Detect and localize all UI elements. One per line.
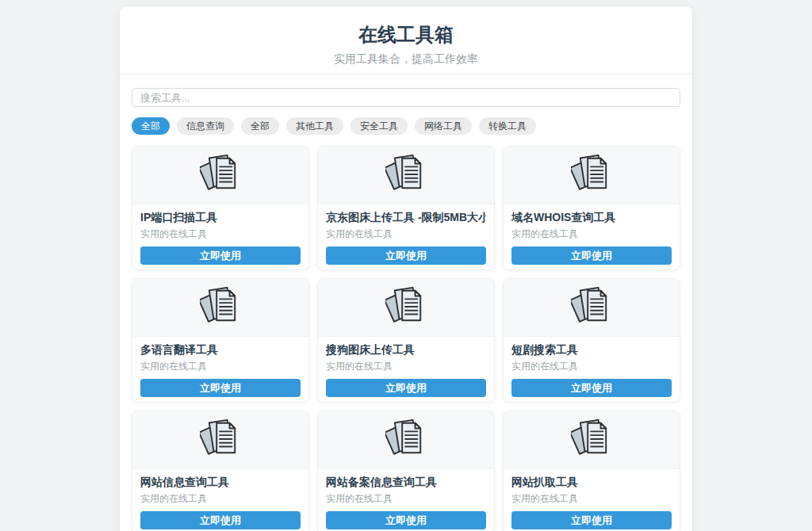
tool-description: 实用的在线工具 (326, 361, 486, 372)
tool-card: 网站扒取工具 实用的在线工具 立即使用 (503, 411, 680, 531)
use-now-button[interactable]: 立即使用 (140, 379, 301, 397)
filter-tab-3[interactable]: 其他工具 (286, 117, 343, 135)
tool-description: 实用的在线工具 (140, 229, 301, 239)
use-now-button[interactable]: 立即使用 (511, 379, 672, 397)
tool-card-body: 网站信息查询工具 实用的在线工具 立即使用 (132, 469, 308, 531)
tool-title: 短剧搜索工具 (511, 343, 672, 357)
use-now-button[interactable]: 立即使用 (511, 511, 672, 529)
use-now-button[interactable]: 立即使用 (511, 246, 672, 265)
tool-card: 搜狗图床上传工具 实用的在线工具 立即使用 (317, 278, 495, 403)
pages-icon (571, 287, 612, 328)
use-now-button[interactable]: 立即使用 (140, 511, 301, 529)
tool-card: 网站信息查询工具 实用的在线工具 立即使用 (132, 411, 309, 531)
tool-card: 多语言翻译工具 实用的在线工具 立即使用 (132, 278, 309, 403)
tool-card: 短剧搜索工具 实用的在线工具 立即使用 (503, 278, 680, 403)
tool-icon-area (132, 411, 308, 469)
tool-title: 域名WHOIS查询工具 (511, 211, 672, 224)
tool-card-body: IP端口扫描工具 实用的在线工具 立即使用 (132, 204, 308, 269)
page-header: 在线工具箱 实用工具集合，提高工作效率 (120, 6, 692, 74)
pages-icon (571, 155, 612, 196)
use-now-button[interactable]: 立即使用 (140, 246, 301, 265)
pages-icon (200, 287, 241, 328)
tool-card-body: 京东图床上传工具 -限制5MB大小 实用的在线工具 立即使用 (318, 204, 494, 269)
page-subtitle: 实用工具集合，提高工作效率 (136, 52, 676, 66)
tool-icon-area (318, 279, 494, 337)
tool-card-body: 多语言翻译工具 实用的在线工具 立即使用 (132, 337, 308, 402)
tool-title: 京东图床上传工具 -限制5MB大小 (326, 211, 486, 224)
tool-description: 实用的在线工具 (326, 494, 486, 504)
tool-description: 实用的在线工具 (326, 229, 486, 239)
search-input[interactable] (132, 88, 680, 107)
use-now-button[interactable]: 立即使用 (326, 511, 486, 529)
main-content: 全部信息查询全部其他工具安全工具网络工具转换工具 (120, 74, 692, 531)
pages-icon (385, 155, 427, 196)
tool-title: IP端口扫描工具 (140, 211, 301, 224)
tool-icon-area (504, 279, 680, 337)
tool-card: IP端口扫描工具 实用的在线工具 立即使用 (132, 146, 309, 270)
tool-icon-area (504, 147, 680, 204)
pages-icon (571, 419, 612, 460)
page-title: 在线工具箱 (136, 24, 676, 46)
pages-icon (200, 155, 241, 196)
tool-icon-area (504, 411, 680, 469)
tool-title: 网站备案信息查询工具 (326, 476, 486, 489)
pages-icon (200, 419, 241, 460)
tool-title: 搜狗图床上传工具 (326, 343, 486, 357)
tool-card: 京东图床上传工具 -限制5MB大小 实用的在线工具 立即使用 (317, 146, 495, 270)
tool-title: 网站信息查询工具 (140, 476, 301, 489)
filter-bar: 全部信息查询全部其他工具安全工具网络工具转换工具 (132, 117, 680, 135)
tool-description: 实用的在线工具 (511, 229, 672, 239)
tool-description: 实用的在线工具 (140, 494, 301, 504)
toolbox-container: 在线工具箱 实用工具集合，提高工作效率 全部信息查询全部其他工具安全工具网络工具… (120, 6, 692, 531)
use-now-button[interactable]: 立即使用 (326, 246, 486, 265)
tools-grid: IP端口扫描工具 实用的在线工具 立即使用 (132, 146, 680, 531)
tool-icon-area (318, 147, 494, 204)
pages-icon (385, 419, 427, 460)
use-now-button[interactable]: 立即使用 (326, 379, 486, 397)
tool-title: 网站扒取工具 (511, 476, 672, 489)
pages-icon (385, 287, 427, 328)
tool-card: 网站备案信息查询工具 实用的在线工具 立即使用 (317, 411, 495, 531)
tool-icon-area (132, 147, 308, 204)
tool-description: 实用的在线工具 (140, 361, 301, 372)
filter-tab-0[interactable]: 全部 (132, 117, 170, 135)
tool-icon-area (132, 279, 308, 337)
tool-icon-area (318, 411, 494, 469)
tool-card-body: 搜狗图床上传工具 实用的在线工具 立即使用 (318, 337, 494, 402)
tool-card: 域名WHOIS查询工具 实用的在线工具 立即使用 (503, 146, 680, 270)
tool-description: 实用的在线工具 (511, 494, 672, 504)
tool-card-body: 短剧搜索工具 实用的在线工具 立即使用 (504, 337, 680, 402)
filter-tab-1[interactable]: 信息查询 (177, 117, 234, 135)
filter-tab-2[interactable]: 全部 (241, 117, 279, 135)
tool-title: 多语言翻译工具 (140, 343, 301, 357)
tool-card-body: 网站扒取工具 实用的在线工具 立即使用 (504, 469, 680, 531)
tool-card-body: 网站备案信息查询工具 实用的在线工具 立即使用 (318, 469, 494, 531)
tool-card-body: 域名WHOIS查询工具 实用的在线工具 立即使用 (504, 204, 680, 269)
filter-tab-5[interactable]: 网络工具 (415, 117, 472, 135)
tool-description: 实用的在线工具 (511, 361, 672, 372)
filter-tab-6[interactable]: 转换工具 (479, 117, 536, 135)
filter-tab-4[interactable]: 安全工具 (350, 117, 408, 135)
